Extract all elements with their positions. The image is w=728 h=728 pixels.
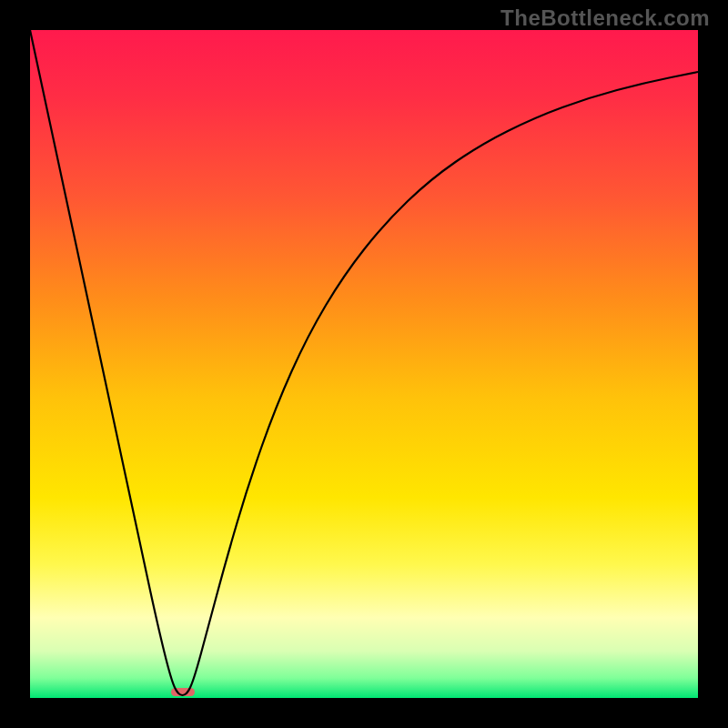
chart-plot-area bbox=[30, 30, 698, 698]
chart-frame: TheBottleneck.com bbox=[0, 0, 728, 728]
chart-background bbox=[30, 30, 698, 698]
chart-svg bbox=[30, 30, 698, 698]
watermark-text: TheBottleneck.com bbox=[500, 5, 710, 31]
